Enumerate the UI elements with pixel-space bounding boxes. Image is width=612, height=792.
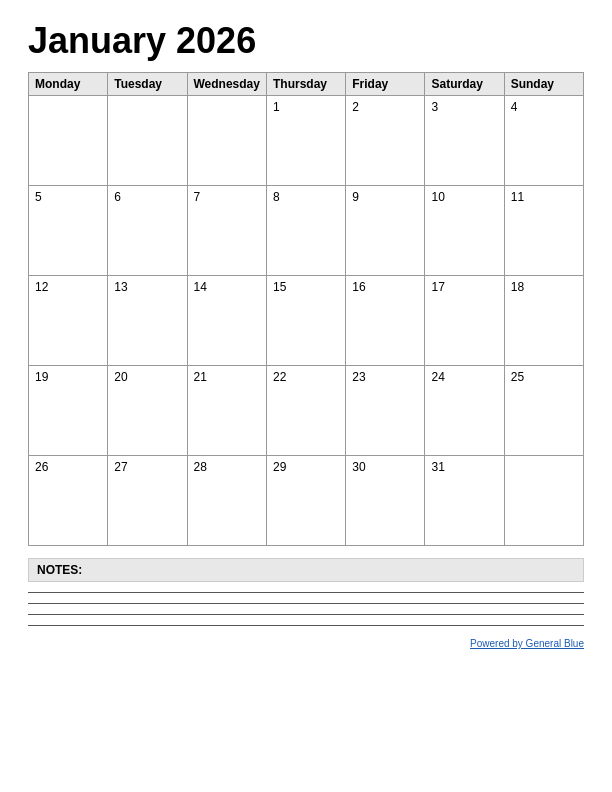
calendar-cell-w5-d7 [504,456,583,546]
calendar-cell-w3-d3: 14 [187,276,266,366]
calendar-header-row: Monday Tuesday Wednesday Thursday Friday… [29,73,584,96]
day-number: 1 [273,100,339,114]
day-number: 10 [431,190,497,204]
notes-label: NOTES: [28,558,584,582]
calendar-cell-w2-d2: 6 [108,186,187,276]
calendar-cell-w2-d4: 8 [266,186,345,276]
calendar-cell-w3-d6: 17 [425,276,504,366]
powered-by[interactable]: Powered by General Blue [28,638,584,649]
calendar-cell-w1-d2 [108,96,187,186]
day-number: 24 [431,370,497,384]
day-number: 26 [35,460,101,474]
day-number: 15 [273,280,339,294]
page: January 2026 Monday Tuesday Wednesday Th… [0,0,612,792]
calendar-cell-w2-d3: 7 [187,186,266,276]
notes-section: NOTES: [28,558,584,630]
month-title: January 2026 [28,20,584,62]
calendar-cell-w4-d6: 24 [425,366,504,456]
calendar-row-2: 567891011 [29,186,584,276]
day-number: 18 [511,280,577,294]
col-monday: Monday [29,73,108,96]
col-thursday: Thursday [266,73,345,96]
calendar-cell-w4-d2: 20 [108,366,187,456]
day-number: 7 [194,190,260,204]
calendar-cell-w5-d6: 31 [425,456,504,546]
calendar-cell-w3-d7: 18 [504,276,583,366]
calendar-row-1: 1234 [29,96,584,186]
day-number: 22 [273,370,339,384]
notes-line-4 [28,625,584,626]
col-sunday: Sunday [504,73,583,96]
day-number: 8 [273,190,339,204]
day-number: 13 [114,280,180,294]
calendar-table: Monday Tuesday Wednesday Thursday Friday… [28,72,584,546]
calendar-cell-w2-d1: 5 [29,186,108,276]
day-number: 17 [431,280,497,294]
col-friday: Friday [346,73,425,96]
calendar-cell-w4-d3: 21 [187,366,266,456]
notes-line-3 [28,614,584,615]
powered-by-link[interactable]: Powered by General Blue [470,638,584,649]
day-number: 30 [352,460,418,474]
col-wednesday: Wednesday [187,73,266,96]
day-number: 11 [511,190,577,204]
calendar-cell-w1-d3 [187,96,266,186]
calendar-cell-w5-d4: 29 [266,456,345,546]
day-number: 21 [194,370,260,384]
day-number: 3 [431,100,497,114]
calendar-cell-w1-d6: 3 [425,96,504,186]
calendar-cell-w2-d5: 9 [346,186,425,276]
day-number: 14 [194,280,260,294]
calendar-cell-w3-d4: 15 [266,276,345,366]
day-number: 23 [352,370,418,384]
calendar-cell-w4-d4: 22 [266,366,345,456]
day-number: 20 [114,370,180,384]
calendar-cell-w5-d3: 28 [187,456,266,546]
calendar-cell-w3-d2: 13 [108,276,187,366]
calendar-cell-w4-d7: 25 [504,366,583,456]
calendar-cell-w2-d7: 11 [504,186,583,276]
calendar-row-5: 262728293031 [29,456,584,546]
notes-lines [28,588,584,630]
day-number: 6 [114,190,180,204]
day-number: 5 [35,190,101,204]
day-number: 16 [352,280,418,294]
day-number: 25 [511,370,577,384]
day-number: 28 [194,460,260,474]
col-saturday: Saturday [425,73,504,96]
calendar-cell-w5-d5: 30 [346,456,425,546]
calendar-cell-w5-d1: 26 [29,456,108,546]
calendar-cell-w4-d5: 23 [346,366,425,456]
notes-line-1 [28,592,584,593]
calendar-row-4: 19202122232425 [29,366,584,456]
calendar-cell-w3-d1: 12 [29,276,108,366]
day-number: 9 [352,190,418,204]
day-number: 29 [273,460,339,474]
day-number: 2 [352,100,418,114]
calendar-cell-w3-d5: 16 [346,276,425,366]
notes-line-2 [28,603,584,604]
col-tuesday: Tuesday [108,73,187,96]
calendar-row-3: 12131415161718 [29,276,584,366]
calendar-cell-w1-d5: 2 [346,96,425,186]
day-number: 27 [114,460,180,474]
calendar-body: 1234567891011121314151617181920212223242… [29,96,584,546]
day-number: 19 [35,370,101,384]
calendar-cell-w1-d1 [29,96,108,186]
calendar-cell-w4-d1: 19 [29,366,108,456]
day-number: 31 [431,460,497,474]
calendar-cell-w5-d2: 27 [108,456,187,546]
calendar-cell-w1-d7: 4 [504,96,583,186]
calendar-cell-w1-d4: 1 [266,96,345,186]
calendar-cell-w2-d6: 10 [425,186,504,276]
day-number: 12 [35,280,101,294]
day-number: 4 [511,100,577,114]
